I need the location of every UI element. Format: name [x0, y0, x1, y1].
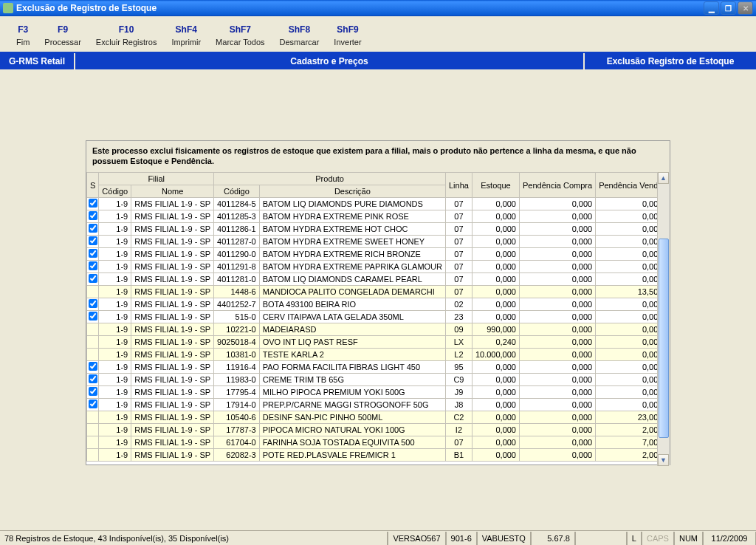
- row-checkbox[interactable]: [89, 199, 97, 208]
- row-checkbox-cell[interactable]: [87, 436, 99, 449]
- row-checkbox-cell[interactable]: [87, 236, 99, 248]
- table-row[interactable]: 1-9RMS FILIAL 1-9 - SP9025018-4OVO INT L…: [87, 336, 658, 349]
- cell-produto-descricao: BATOM HYDRA EXTREME RICH BRONZE: [259, 248, 445, 261]
- row-checkbox[interactable]: [89, 400, 97, 408]
- row-checkbox-cell[interactable]: [87, 198, 99, 210]
- toolbar-excluir-registros[interactable]: F10Excluir Registros: [89, 21, 165, 50]
- toolbar-imprimir[interactable]: ShF4Imprimir: [164, 21, 208, 50]
- scroll-down-button[interactable]: ▼: [658, 454, 669, 466]
- toolbar-fim[interactable]: F3Fim: [9, 21, 37, 50]
- table-row[interactable]: 1-9RMS FILIAL 1-9 - SP4011285-3BATOM HYD…: [87, 210, 658, 223]
- table-row[interactable]: 1-9RMS FILIAL 1-9 - SP515-0CERV ITAIPAVA…: [87, 311, 658, 323]
- cell-estoque: 0,240: [472, 336, 519, 349]
- table-row[interactable]: 1-9RMS FILIAL 1-9 - SP10221-0MADEIARASD0…: [87, 323, 658, 336]
- table-row[interactable]: 1-9RMS FILIAL 1-9 - SP4011291-8BATOM HYD…: [87, 261, 658, 273]
- close-button[interactable]: ✕: [738, 1, 753, 15]
- maximize-button[interactable]: ❐: [721, 1, 736, 15]
- row-checkbox-cell[interactable]: [87, 210, 99, 223]
- row-checkbox-cell[interactable]: [87, 261, 99, 273]
- row-checkbox-cell[interactable]: [87, 349, 99, 361]
- row-checkbox-cell[interactable]: [87, 386, 99, 399]
- col-estoque[interactable]: Estoque: [472, 173, 519, 198]
- band-app-name: G-RMS Retail: [0, 53, 75, 69]
- table-row[interactable]: 1-9RMS FILIAL 1-9 - SP1448-6MANDIOCA PAL…: [87, 286, 658, 298]
- table-row[interactable]: 1-9RMS FILIAL 1-9 - SP4011284-5BATOM LIQ…: [87, 198, 658, 210]
- toolbar-key: ShF8: [289, 24, 310, 35]
- col-s[interactable]: S: [87, 173, 99, 198]
- scroll-thumb[interactable]: [659, 239, 669, 438]
- app-icon: [3, 3, 13, 13]
- table-row[interactable]: 1-9RMS FILIAL 1-9 - SP11983-0CREME TRIM …: [87, 374, 658, 386]
- row-checkbox[interactable]: [89, 236, 97, 245]
- cell-produto-descricao: BATOM HYDRA EXTREME PAPRIKA GLAMOUR: [259, 261, 445, 273]
- col-produto-descricao[interactable]: Descrição: [259, 185, 445, 198]
- col-filial-nome[interactable]: Nome: [131, 185, 214, 198]
- cell-filial-nome: RMS FILIAL 1-9 - SP: [131, 273, 214, 286]
- table-row[interactable]: 1-9RMS FILIAL 1-9 - SP61704-0FARINHA SOJ…: [87, 436, 658, 449]
- row-checkbox[interactable]: [89, 362, 97, 371]
- table-row[interactable]: 1-9RMS FILIAL 1-9 - SP4011286-1BATOM HYD…: [87, 223, 658, 236]
- row-checkbox-cell[interactable]: [87, 361, 99, 374]
- row-checkbox[interactable]: [89, 261, 97, 270]
- toolbar-desmarcar[interactable]: ShF8Desmarcar: [272, 21, 327, 50]
- minimize-button[interactable]: ▁: [704, 1, 719, 15]
- row-checkbox-cell[interactable]: [87, 273, 99, 286]
- main-panel: Este processo exclui fisicamente os regi…: [86, 140, 670, 465]
- col-filial[interactable]: Filial: [99, 173, 214, 185]
- table-row[interactable]: 1-9RMS FILIAL 1-9 - SP10381-0TESTE KARLA…: [87, 349, 658, 361]
- window-title: Exclusão de Registro de Estoque: [16, 3, 157, 13]
- table-row[interactable]: 1-9RMS FILIAL 1-9 - SP17914-0PREP.P/CARN…: [87, 399, 658, 411]
- row-checkbox-cell[interactable]: [87, 286, 99, 298]
- row-checkbox[interactable]: [89, 312, 97, 321]
- row-checkbox-cell[interactable]: [87, 248, 99, 261]
- table-row[interactable]: 1-9RMS FILIAL 1-9 - SP4011287-0BATOM HYD…: [87, 236, 658, 248]
- cell-pend-venda: 0,000: [596, 298, 657, 311]
- data-grid[interactable]: S Filial Produto Linha Estoque Pendência…: [86, 172, 657, 466]
- row-checkbox-cell[interactable]: [87, 449, 99, 462]
- row-checkbox[interactable]: [89, 374, 97, 383]
- cell-filial-codigo: 1-9: [99, 273, 131, 286]
- scroll-up-button[interactable]: ▲: [658, 172, 669, 184]
- table-row[interactable]: 1-9RMS FILIAL 1-9 - SP17787-3PIPOCA MICR…: [87, 424, 658, 436]
- col-pend-venda[interactable]: Pendência Venda: [596, 173, 657, 198]
- row-checkbox-cell[interactable]: [87, 374, 99, 386]
- col-linha[interactable]: Linha: [446, 173, 472, 198]
- row-checkbox-cell[interactable]: [87, 298, 99, 311]
- table-row[interactable]: 1-9RMS FILIAL 1-9 - SP17795-4MILHO PIPOC…: [87, 386, 658, 399]
- cell-filial-codigo: 1-9: [99, 248, 131, 261]
- row-checkbox[interactable]: [89, 274, 97, 283]
- col-filial-codigo[interactable]: Código: [99, 185, 131, 198]
- cell-linha: 07: [446, 273, 472, 286]
- table-row[interactable]: 1-9RMS FILIAL 1-9 - SP62082-3POTE RED.PL…: [87, 449, 658, 462]
- row-checkbox[interactable]: [89, 249, 97, 258]
- row-checkbox[interactable]: [89, 224, 97, 233]
- col-pend-compra[interactable]: Pendência Compra: [519, 173, 595, 198]
- cell-pend-venda: 13,504: [596, 286, 657, 298]
- table-row[interactable]: 1-9RMS FILIAL 1-9 - SP11916-4PAO FORMA F…: [87, 361, 658, 374]
- toolbar-processar[interactable]: F9Processar: [37, 21, 89, 50]
- col-produto-codigo[interactable]: Código: [214, 185, 260, 198]
- row-checkbox-cell[interactable]: [87, 323, 99, 336]
- row-checkbox-cell[interactable]: [87, 399, 99, 411]
- toolbar-inverter[interactable]: ShF9Inverter: [326, 21, 368, 50]
- row-checkbox-cell[interactable]: [87, 336, 99, 349]
- row-checkbox[interactable]: [89, 211, 97, 220]
- row-checkbox[interactable]: [89, 299, 97, 308]
- status-code: 901-6: [446, 532, 477, 545]
- row-checkbox[interactable]: [89, 387, 97, 396]
- row-checkbox-cell[interactable]: [87, 424, 99, 436]
- cell-produto-descricao: OVO INT LIQ PAST RESF: [259, 336, 445, 349]
- table-row[interactable]: 1-9RMS FILIAL 1-9 - SP10540-6DESINF SAN-…: [87, 411, 658, 424]
- table-row[interactable]: 1-9RMS FILIAL 1-9 - SP4401252-7BOTA 4931…: [87, 298, 658, 311]
- cell-filial-codigo: 1-9: [99, 336, 131, 349]
- cell-produto-descricao: BATOM LIQ DIAMONDS PURE DIAMONDS: [259, 198, 445, 210]
- table-row[interactable]: 1-9RMS FILIAL 1-9 - SP4011281-0BATOM LIQ…: [87, 273, 658, 286]
- table-row[interactable]: 1-9RMS FILIAL 1-9 - SP4011290-0BATOM HYD…: [87, 248, 658, 261]
- row-checkbox-cell[interactable]: [87, 223, 99, 236]
- row-checkbox-cell[interactable]: [87, 411, 99, 424]
- vertical-scrollbar[interactable]: ▲ ▼: [657, 172, 670, 466]
- col-produto[interactable]: Produto: [214, 173, 446, 185]
- row-checkbox-cell[interactable]: [87, 311, 99, 323]
- cell-produto-descricao: PAO FORMA FACILITA FIBRAS LIGHT 450: [259, 361, 445, 374]
- toolbar-marcar-todos[interactable]: ShF7Marcar Todos: [208, 21, 272, 50]
